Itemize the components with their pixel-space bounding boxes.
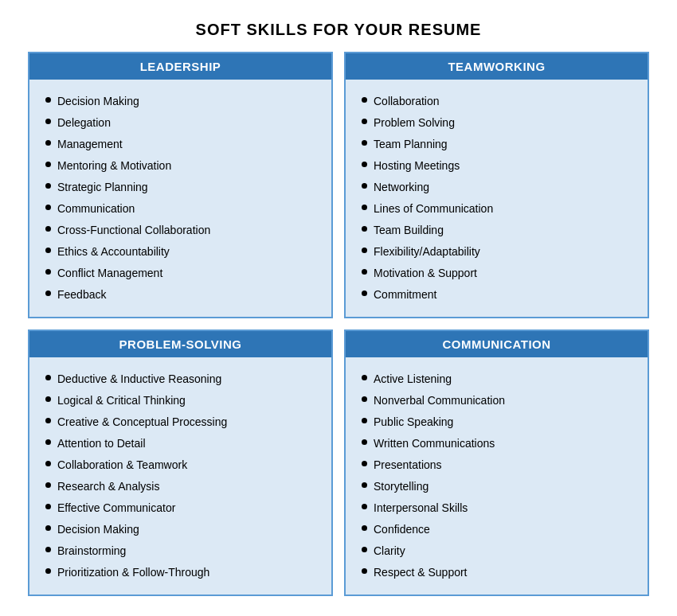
- list-item: Logical & Critical Thinking: [45, 390, 319, 411]
- list-item-text: Strategic Planning: [57, 179, 148, 196]
- list-item: Brainstorming: [45, 540, 319, 562]
- bullet-icon: [362, 439, 367, 445]
- list-item-text: Management: [57, 136, 123, 153]
- list-item: Flexibility/Adaptability: [362, 241, 635, 263]
- card-body-leadership: Decision MakingDelegationManagementMento…: [29, 80, 331, 317]
- list-item: Effective Communicator: [45, 497, 319, 519]
- card-communication: COMMUNICATIONActive ListeningNonverbal C…: [344, 329, 649, 596]
- list-item: Interpersonal Skills: [362, 497, 635, 519]
- bullet-icon: [362, 525, 367, 531]
- list-item: Ethics & Accountability: [45, 241, 319, 263]
- list-item-text: Logical & Critical Thinking: [57, 392, 186, 409]
- bullet-icon: [45, 97, 51, 103]
- list-item-text: Written Communications: [374, 435, 495, 452]
- list-item-text: Decision Making: [57, 521, 139, 538]
- list-item: Motivation & Support: [362, 263, 635, 284]
- card-header-communication: COMMUNICATION: [346, 331, 648, 357]
- bullet-icon: [362, 568, 367, 574]
- list-item: Creative & Conceptual Processing: [45, 411, 319, 433]
- list-item-text: Confidence: [374, 521, 430, 538]
- list-item-text: Communication: [57, 201, 135, 217]
- list-item: Mentoring & Motivation: [45, 155, 319, 177]
- list-item-text: Cross-Functional Collaboration: [57, 222, 210, 239]
- bullet-icon: [45, 119, 51, 124]
- list-item-text: Respect & Support: [374, 564, 468, 581]
- card-body-teamworking: CollaborationProblem SolvingTeam Plannin…: [346, 80, 648, 317]
- list-item-text: Team Building: [374, 222, 444, 239]
- list-item-text: Team Planning: [374, 136, 448, 153]
- bullet-icon: [45, 226, 51, 232]
- list-item-text: Creative & Conceptual Processing: [57, 414, 227, 431]
- bullet-icon: [45, 547, 51, 552]
- bullet-icon: [362, 482, 367, 488]
- bullet-icon: [45, 290, 51, 296]
- list-item-text: Collaboration: [374, 93, 440, 110]
- card-teamworking: TEAMWORKINGCollaborationProblem SolvingT…: [344, 52, 649, 318]
- list-item-text: Mentoring & Motivation: [57, 158, 171, 174]
- list-item-text: Clarity: [374, 543, 405, 559]
- list-item: Strategic Planning: [45, 177, 319, 198]
- list-item: Communication: [45, 198, 319, 220]
- list-communication: Active ListeningNonverbal CommunicationP…: [362, 368, 635, 583]
- bullet-icon: [362, 97, 367, 103]
- list-item-text: Feedback: [57, 287, 106, 303]
- bullet-icon: [362, 375, 367, 380]
- list-item: Team Planning: [362, 134, 635, 155]
- list-item: Research & Analysis: [45, 476, 319, 497]
- list-item: Team Building: [362, 220, 635, 241]
- list-item: Feedback: [45, 284, 319, 306]
- card-body-communication: Active ListeningNonverbal CommunicationP…: [346, 357, 648, 595]
- list-item: Confidence: [362, 519, 635, 540]
- list-item-text: Ethics & Accountability: [57, 244, 170, 260]
- bullet-icon: [45, 439, 51, 445]
- list-item-text: Prioritization & Follow-Through: [57, 564, 209, 581]
- list-item-text: Interpersonal Skills: [374, 500, 468, 517]
- card-body-problem-solving: Deductive & Inductive ReasoningLogical &…: [29, 357, 331, 595]
- bullet-icon: [45, 248, 51, 253]
- list-item-text: Networking: [374, 179, 429, 196]
- card-header-leadership: LEADERSHIP: [29, 53, 331, 80]
- list-item-text: Lines of Communication: [374, 201, 493, 217]
- list-item: Clarity: [362, 540, 635, 562]
- bullet-icon: [45, 461, 51, 466]
- list-item-text: Commitment: [374, 287, 436, 303]
- list-item: Respect & Support: [362, 562, 635, 583]
- bullet-icon: [45, 568, 51, 574]
- page-container: SOFT SKILLS FOR YOUR RESUME LEADERSHIPDe…: [12, 5, 665, 612]
- list-item: Lines of Communication: [362, 198, 635, 220]
- bullet-icon: [362, 205, 367, 210]
- list-item: Nonverbal Communication: [362, 390, 635, 411]
- list-item: Hosting Meetings: [362, 155, 635, 177]
- bullet-icon: [362, 162, 367, 167]
- list-item: Decision Making: [45, 519, 319, 540]
- skills-grid: LEADERSHIPDecision MakingDelegationManag…: [28, 52, 649, 596]
- bullet-icon: [362, 119, 367, 124]
- bullet-icon: [45, 482, 51, 488]
- list-item: Management: [45, 134, 319, 155]
- bullet-icon: [362, 418, 367, 423]
- list-teamworking: CollaborationProblem SolvingTeam Plannin…: [362, 91, 635, 306]
- list-item: Deductive & Inductive Reasoning: [45, 368, 319, 390]
- list-item-text: Attention to Detail: [57, 435, 146, 452]
- list-item: Attention to Detail: [45, 433, 319, 454]
- bullet-icon: [45, 396, 51, 402]
- list-item: Active Listening: [362, 368, 635, 390]
- list-item-text: Collaboration & Teamwork: [57, 457, 187, 474]
- list-item-text: Brainstorming: [57, 543, 126, 559]
- list-item-text: Conflict Management: [57, 265, 162, 282]
- bullet-icon: [45, 504, 51, 509]
- bullet-icon: [45, 183, 51, 189]
- list-item-text: Public Speaking: [374, 414, 453, 431]
- bullet-icon: [362, 248, 367, 253]
- list-item-text: Hosting Meetings: [374, 158, 460, 174]
- bullet-icon: [362, 140, 367, 146]
- list-item-text: Deductive & Inductive Reasoning: [57, 371, 221, 388]
- list-item: Conflict Management: [45, 263, 319, 284]
- card-leadership: LEADERSHIPDecision MakingDelegationManag…: [28, 52, 333, 318]
- list-item-text: Presentations: [374, 457, 442, 474]
- list-item: Presentations: [362, 454, 635, 476]
- list-leadership: Decision MakingDelegationManagementMento…: [45, 91, 319, 306]
- page-title: SOFT SKILLS FOR YOUR RESUME: [28, 21, 649, 39]
- bullet-icon: [45, 269, 51, 275]
- list-item: Collaboration: [362, 91, 635, 112]
